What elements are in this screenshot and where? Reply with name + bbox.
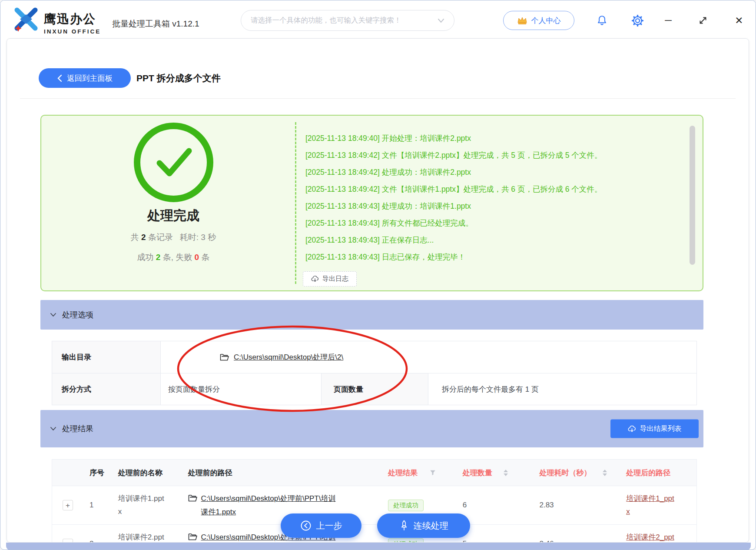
- previous-step-button[interactable]: 上一步: [281, 513, 361, 538]
- header-divider: [20, 98, 736, 99]
- expand-row-button[interactable]: +: [63, 500, 73, 510]
- table-row: + 1 培训课件1.ppt x C:\Users\sqmil\Desktop\处…: [52, 486, 696, 525]
- output-dir-label: 输出目录: [52, 341, 160, 373]
- titlebar: 鹰迅办公 INXUN OFFICE 批量处理工具箱 v1.12.1 请选择一个具…: [0, 0, 756, 38]
- crown-icon: [517, 16, 527, 25]
- log-line: [2025-11-13 18:49:43] 日志已保存，处理完毕！: [305, 249, 683, 266]
- minimize-button[interactable]: ─: [660, 13, 676, 28]
- back-to-dashboard-button[interactable]: 返回到主面板: [39, 68, 131, 88]
- rocket-icon: [399, 520, 409, 531]
- function-search-select[interactable]: 请选择一个具体的功能，也可输入关键字搜索！: [241, 10, 454, 31]
- log-line: [2025-11-13 18:49:43] 处理成功：培训课件1.pptx: [305, 198, 683, 215]
- gear-icon: [632, 15, 643, 27]
- expand-row-button[interactable]: +: [63, 539, 73, 543]
- app-logo-icon: [13, 7, 40, 32]
- chevron-down-icon: [438, 18, 444, 23]
- search-placeholder: 请选择一个具体的功能，也可输入关键字搜索！: [251, 16, 401, 25]
- output-path-link[interactable]: 培训课件2_ppt x: [626, 533, 674, 543]
- row-source-name: 培训课件1.ppt x: [112, 492, 182, 518]
- status-badge: 处理成功: [388, 500, 424, 511]
- results-header-label: 处理结果: [62, 423, 93, 434]
- page-count-value: 拆分后的每个文件最多有 1 页: [428, 373, 696, 405]
- col-time: 处理耗时（秒）: [534, 460, 620, 486]
- split-mode-value: 按页面数量拆分: [160, 373, 321, 405]
- brand-name: 鹰迅办公: [44, 11, 101, 27]
- cloud-download-icon: [628, 425, 636, 432]
- row-index: 2: [83, 540, 112, 543]
- split-mode-label: 拆分方式: [52, 373, 160, 405]
- results-section-header[interactable]: 处理结果 导出结果列表: [40, 410, 703, 447]
- brand: 鹰迅办公 INXUN OFFICE: [44, 11, 101, 35]
- success-check-icon: [134, 123, 213, 202]
- fail-count: 0: [195, 253, 199, 262]
- page-count-label: 页面数量: [321, 373, 428, 405]
- export-results-label: 导出结果列表: [640, 424, 682, 433]
- app-window: 鹰迅办公 INXUN OFFICE 批量处理工具箱 v1.12.1 请选择一个具…: [0, 0, 756, 550]
- chevron-down-icon: [50, 313, 56, 317]
- folder-icon: [220, 353, 229, 361]
- minimize-icon: ─: [665, 15, 672, 26]
- export-log-label: 导出日志: [322, 275, 348, 283]
- sort-icon[interactable]: [603, 470, 607, 476]
- brand-subtitle: INXUN OFFICE: [44, 28, 101, 35]
- col-index: 序号: [83, 460, 112, 486]
- export-log-button[interactable]: 导出日志: [303, 271, 357, 287]
- continue-processing-button[interactable]: 连续处理: [377, 513, 470, 538]
- row-source-name: 培训课件2.ppt x: [112, 531, 182, 543]
- log-line: [2025-11-13 18:49:40] 开始处理：培训课件2.pptx: [305, 130, 683, 147]
- log-line: [2025-11-13 18:49:43] 所有文件都已经处理完成。: [305, 215, 683, 232]
- app-title: 批量处理工具箱 v1.12.1: [112, 18, 199, 30]
- circle-back-icon: [300, 520, 312, 531]
- col-expand: [52, 460, 83, 486]
- status-card: 处理完成 共 2 条记录 耗时: 3 秒 成功 2 条, 失败 0 条 [202…: [40, 115, 703, 291]
- folder-icon: [188, 533, 197, 540]
- close-icon: ✕: [735, 15, 743, 27]
- status-badge: 处理成功: [388, 538, 424, 543]
- expand-icon: [698, 16, 708, 25]
- record-count: 2: [141, 233, 146, 242]
- page-title: PPT 拆分成多个文件: [136, 72, 221, 84]
- options-section-header[interactable]: 处理选项: [40, 300, 703, 330]
- output-path-link[interactable]: 培训课件1_ppt x: [626, 494, 674, 516]
- options-header-label: 处理选项: [62, 310, 93, 320]
- col-path: 处理前的路径: [182, 460, 382, 486]
- row-time: 2.83: [533, 501, 620, 510]
- elapsed-time: 3 秒: [201, 233, 216, 242]
- cloud-download-icon: [311, 276, 319, 282]
- row-count: 5: [457, 540, 534, 543]
- row-count: 6: [457, 501, 534, 510]
- sort-icon[interactable]: [504, 470, 508, 476]
- close-button[interactable]: ✕: [731, 13, 747, 28]
- folder-icon: [188, 494, 197, 502]
- success-count: 2: [156, 253, 161, 262]
- chevron-down-icon: [50, 427, 56, 431]
- bell-icon: [597, 15, 607, 26]
- maximize-button[interactable]: [695, 13, 711, 28]
- results-table: 序号 处理前的名称 处理前的路径 处理结果 处理数量 处理耗时（秒）: [52, 459, 697, 543]
- results-table-header: 序号 处理前的名称 处理前的路径 处理结果 处理数量 处理耗时（秒）: [52, 460, 696, 486]
- filter-icon[interactable]: [430, 470, 436, 476]
- log-line: [2025-11-13 18:49:42] 文件【培训课件1.pptx】处理完成…: [305, 181, 683, 198]
- output-dir-value: C:\Users\sqmil\Desktop\处理后\2\: [160, 341, 696, 373]
- row-index: 1: [83, 501, 112, 510]
- options-table: 输出目录 C:\Users\sqmil\Desktop\处理后\2\ 拆分方式 …: [52, 341, 697, 405]
- row-time: 2.46: [533, 540, 620, 543]
- bottom-scrollbar[interactable]: [6, 543, 751, 550]
- status-title: 处理完成: [108, 207, 239, 225]
- continue-processing-label: 连续处理: [414, 520, 448, 532]
- log-scrollbar[interactable]: [690, 126, 695, 265]
- settings-button[interactable]: [630, 13, 645, 28]
- main-panel: 返回到主面板 PPT 拆分成多个文件 处理完成 共 2 条记录 耗时: 3 秒 …: [7, 38, 749, 543]
- back-label: 返回到主面板: [67, 73, 113, 83]
- option-row-output-dir: 输出目录 C:\Users\sqmil\Desktop\处理后\2\: [52, 341, 696, 373]
- previous-step-label: 上一步: [316, 520, 342, 532]
- processing-log: [2025-11-13 18:49:40] 开始处理：培训课件2.pptx [2…: [295, 122, 683, 284]
- export-results-button[interactable]: 导出结果列表: [610, 420, 699, 438]
- status-totals: 共 2 条记录 耗时: 3 秒: [86, 232, 260, 243]
- log-line: [2025-11-13 18:49:43] 正在保存日志...: [305, 232, 683, 249]
- user-center-button[interactable]: 个人中心: [503, 11, 574, 30]
- col-name: 处理前的名称: [112, 460, 182, 486]
- option-row-split: 拆分方式 按页面数量拆分 页面数量 拆分后的每个文件最多有 1 页: [52, 373, 696, 405]
- output-dir-link[interactable]: C:\Users\sqmil\Desktop\处理后\2\: [234, 352, 343, 362]
- notifications-button[interactable]: [594, 13, 610, 28]
